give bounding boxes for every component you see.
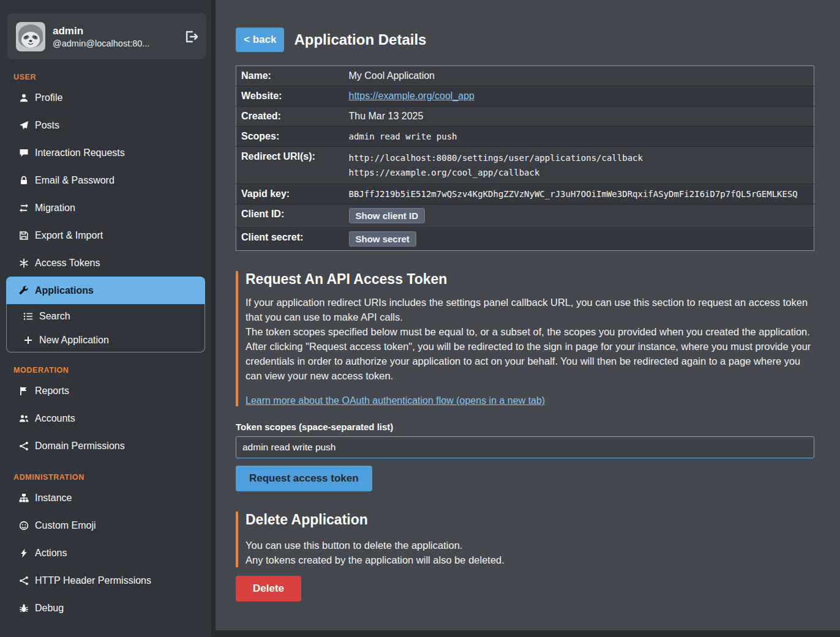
sidebar-nav: USERProfilePostsInteraction RequestsEmai… <box>0 59 211 622</box>
website-link[interactable]: https://example.org/cool_app <box>349 91 474 101</box>
sidebar-item-label: Interaction Requests <box>35 146 125 159</box>
bug-icon <box>18 603 29 613</box>
redirect-uri: https://example.org/cool_app/callback <box>349 165 808 180</box>
info-row-value: http://localhost:8080/settings/user/appl… <box>349 147 814 184</box>
sidebar-item-label: Email & Password <box>35 174 114 187</box>
nav-section-label: ADMINISTRATION <box>13 473 211 482</box>
info-row: Client ID:Show client ID <box>236 204 814 228</box>
show-secret-button[interactable]: Show secret <box>349 231 416 247</box>
sidebar: admin @admin@localhost:80... USERProfile… <box>0 0 211 637</box>
share-nodes-icon <box>18 576 29 586</box>
token-section-paragraph: After clicking "Request access token", y… <box>246 339 814 383</box>
sidebar-item-profile[interactable]: Profile <box>0 84 211 111</box>
sidebar-group-applications: ApplicationsSearchNew Application <box>6 277 205 352</box>
show-client-id-button[interactable]: Show client ID <box>349 208 426 223</box>
info-row-label: Name: <box>236 66 349 86</box>
info-row: Name:My Cool Application <box>236 66 814 86</box>
info-row-value: https://example.org/cool_app <box>349 86 814 106</box>
sidebar-item-new-application[interactable]: New Application <box>7 328 204 352</box>
lock-icon <box>18 176 29 185</box>
info-row-label: Client ID: <box>236 204 349 228</box>
sidebar-item-posts[interactable]: Posts <box>0 111 211 139</box>
sidebar-item-applications[interactable]: Applications <box>6 277 205 304</box>
token-scopes-label: Token scopes (space-separated list) <box>236 422 814 432</box>
request-token-section: Request An API Access Token If your appl… <box>236 271 814 406</box>
sidebar-item-label: Domain Permissions <box>35 439 125 452</box>
sidebar-item-label: Export & Import <box>35 229 103 242</box>
info-row: Created:Thu Mar 13 2025 <box>236 106 814 127</box>
sidebar-item-custom-emoji[interactable]: Custom Emoji <box>0 512 211 539</box>
plus-icon <box>23 335 33 345</box>
redirect-uri: http://localhost:8080/settings/user/appl… <box>349 151 808 165</box>
sidebar-item-export-import[interactable]: Export & Import <box>0 222 211 249</box>
sidebar-item-label: Migration <box>35 201 75 214</box>
page-title: Application Details <box>294 31 426 48</box>
info-row-value: admin read write push <box>349 127 814 147</box>
sidebar-item-label: Debug <box>35 602 64 614</box>
sidebar-item-instance[interactable]: Instance <box>0 484 211 512</box>
info-row-value: Thu Mar 13 2025 <box>349 106 814 127</box>
info-row-value: BBJffJ219b5iE512m7wQSzv4KgKDhgZZVzNyWC_r… <box>349 184 814 204</box>
sidebar-item-http-header-permissions[interactable]: HTTP Header Permissions <box>0 567 211 594</box>
token-section-paragraph: If your application redirect URIs includ… <box>246 295 814 324</box>
info-row-label: Created: <box>236 106 349 127</box>
sidebar-item-access-tokens[interactable]: Access Tokens <box>0 249 211 277</box>
sidebar-item-actions[interactable]: Actions <box>0 539 211 567</box>
sidebar-item-search[interactable]: Search <box>7 304 204 328</box>
info-row-label: Scopes: <box>236 127 349 147</box>
list-icon <box>23 311 33 321</box>
back-button[interactable]: < back <box>236 28 284 52</box>
sidebar-item-label: Search <box>39 310 70 322</box>
sitemap-icon <box>18 493 29 503</box>
delete-section: Delete Application You can use this butt… <box>236 512 814 567</box>
sidebar-item-interaction-requests[interactable]: Interaction Requests <box>0 139 211 166</box>
sidebar-item-email-password[interactable]: Email & Password <box>0 166 211 194</box>
nav-section-label: MODERATION <box>13 366 211 374</box>
sign-out-icon[interactable] <box>184 30 198 43</box>
info-row: Client secret:Show secret <box>236 228 814 251</box>
applications-submenu: SearchNew Application <box>6 304 205 352</box>
sidebar-item-label: Actions <box>35 546 67 559</box>
sidebar-item-label: Instance <box>35 491 72 504</box>
token-scopes-input[interactable] <box>236 436 814 458</box>
flag-icon <box>18 386 29 396</box>
sidebar-item-label: Access Tokens <box>35 256 100 269</box>
delete-section-text: You can use this button to delete the ap… <box>246 538 814 567</box>
oauth-docs-link[interactable]: Learn more about the OAuth authenticatio… <box>246 395 545 406</box>
asterisk-icon <box>18 258 29 268</box>
info-row: Website:https://example.org/cool_app <box>236 86 814 106</box>
sidebar-item-accounts[interactable]: Accounts <box>0 404 211 432</box>
sidebar-item-debug[interactable]: Debug <box>0 594 211 622</box>
sidebar-item-label: Reports <box>35 384 69 397</box>
info-mono-value: BBJffJ219b5iE512m7wQSzv4KgKDhgZZVzNyWC_r… <box>349 189 798 199</box>
sidebar-item-label: New Application <box>39 333 109 346</box>
users-icon <box>18 414 29 423</box>
delete-section-heading: Delete Application <box>246 512 814 528</box>
info-row-value: My Cool Application <box>349 66 814 86</box>
user-card[interactable]: admin @admin@localhost:80... <box>7 13 206 59</box>
sidebar-item-domain-permissions[interactable]: Domain Permissions <box>0 432 211 460</box>
sidebar-item-reports[interactable]: Reports <box>0 377 211 404</box>
user-handle: @admin@localhost:80... <box>53 39 149 48</box>
delete-button[interactable]: Delete <box>236 576 301 602</box>
delete-section-line: You can use this button to delete the ap… <box>246 538 814 553</box>
info-mono-value: admin read write push <box>349 132 457 141</box>
smile-icon <box>18 521 29 531</box>
user-icon <box>18 93 29 103</box>
token-section-text: If your application redirect URIs includ… <box>246 295 814 383</box>
sidebar-item-migration[interactable]: Migration <box>0 194 211 222</box>
token-section-heading: Request An API Access Token <box>246 271 814 288</box>
sidebar-item-label: Custom Emoji <box>35 519 96 532</box>
info-row-label: Redirect URI(s): <box>236 147 349 184</box>
comment-icon <box>18 148 29 158</box>
wrench-icon <box>18 286 29 296</box>
info-row-label: Client secret: <box>236 228 349 251</box>
request-access-token-button[interactable]: Request access token <box>236 466 372 491</box>
user-meta: admin @admin@localhost:80... <box>53 24 149 48</box>
exchange-icon <box>18 203 29 213</box>
main-panel: < back Application Details Name:My Cool … <box>216 0 840 630</box>
delete-section-line: Any tokens created by the application wi… <box>246 553 814 567</box>
info-row-label: Website: <box>236 86 349 106</box>
info-row: Vapid key:BBJffJ219b5iE512m7wQSzv4KgKDhg… <box>236 184 814 204</box>
bolt-icon <box>18 548 29 558</box>
